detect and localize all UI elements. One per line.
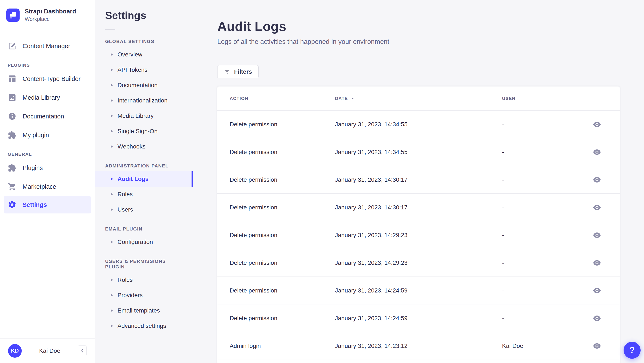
workspace-titles: Strapi Dashboard Workplace [25, 8, 76, 22]
puzzle-icon [8, 131, 16, 140]
gear-icon [8, 200, 16, 209]
avatar: KD [8, 344, 22, 358]
subnav-item-up-roles[interactable]: Roles [95, 272, 193, 288]
table-header-row: ACTION DATE USER [217, 87, 620, 110]
eye-icon [593, 232, 601, 238]
cell-date: January 31, 2023, 14:24:59 [323, 315, 490, 322]
subnav-item-internationalization[interactable]: Internationalization [95, 93, 193, 108]
filter-icon [224, 69, 230, 75]
audit-logs-table: ACTION DATE USER Delete permission Janua… [217, 87, 620, 363]
table-row[interactable]: Admin login January 31, 2023, 14:23:12 K… [217, 332, 620, 359]
cell-action: Delete permission [217, 287, 323, 294]
cell-action: Delete permission [217, 149, 323, 156]
user-name: Kai Doe [26, 347, 74, 354]
table-row[interactable]: Delete permission January 31, 2023, 14:3… [217, 166, 620, 193]
subnav-item-media-library[interactable]: Media Library [95, 108, 193, 124]
subnav-item-webhooks[interactable]: Webhooks [95, 139, 193, 154]
nav-item-media-library[interactable]: Media Library [0, 88, 95, 107]
subnav-item-roles[interactable]: Roles [95, 187, 193, 202]
main-nav: Content Manager PLUGINS Content-Type Bui… [0, 30, 95, 338]
page-subtitle: Logs of all the activities that happened… [217, 38, 620, 46]
table-row[interactable]: Delete permission January 31, 2023, 14:2… [217, 249, 620, 276]
subnav-item-api-tokens[interactable]: API Tokens [95, 62, 193, 78]
subnav-item-users[interactable]: Users [95, 202, 193, 217]
cell-date: January 31, 2023, 14:30:17 [323, 176, 490, 183]
cell-user: - [490, 259, 583, 266]
cell-action: Delete permission [217, 232, 323, 239]
view-details-button[interactable] [591, 175, 603, 184]
nav-item-label: Content Manager [22, 43, 70, 50]
collapse-sidebar-button[interactable] [78, 345, 86, 356]
view-details-button[interactable] [591, 286, 603, 295]
nav-item-marketplace[interactable]: Marketplace [0, 177, 95, 196]
nav-section-general: GENERAL [8, 152, 87, 157]
nav-item-plugins[interactable]: Plugins [0, 159, 95, 177]
column-header-action: ACTION [217, 96, 323, 101]
nav-section-plugins: PLUGINS [8, 63, 87, 68]
eye-icon [593, 204, 601, 210]
column-header-date: DATE [323, 96, 490, 101]
table-row[interactable]: Delete permission January 31, 2023, 14:3… [217, 138, 620, 166]
subnav-item-email-templates[interactable]: Email templates [95, 303, 193, 318]
subnav-title: Settings [105, 9, 193, 21]
subnav-item-documentation[interactable]: Documentation [95, 78, 193, 93]
help-button[interactable]: ? [624, 342, 640, 359]
nav-item-documentation[interactable]: Documentation [0, 107, 95, 126]
cell-user: Kai Doe [490, 342, 583, 349]
subnav-section-email-plugin: EMAIL PLUGIN [105, 226, 182, 232]
subnav-item-overview[interactable]: Overview [95, 47, 193, 62]
subnav-item-configuration[interactable]: Configuration [95, 234, 193, 250]
app-title: Strapi Dashboard [25, 8, 76, 16]
cart-icon [8, 182, 16, 191]
view-details-button[interactable] [591, 258, 603, 268]
nav-item-content-manager[interactable]: Content Manager [0, 37, 95, 55]
cell-user: - [490, 315, 583, 322]
view-details-button[interactable] [591, 147, 603, 157]
table-row[interactable]: Delete permission January 31, 2023, 14:2… [217, 221, 620, 249]
nav-item-settings[interactable]: Settings [4, 196, 91, 213]
column-header-user: USER [490, 96, 583, 101]
subnav-item-single-sign-on[interactable]: Single Sign-On [95, 124, 193, 139]
subnav-item-audit-logs[interactable]: Audit Logs [95, 171, 193, 187]
main-sidebar: Strapi Dashboard Workplace Content Manag… [0, 0, 95, 363]
user-row: KD Kai Doe [0, 338, 95, 363]
cell-action: Delete permission [217, 176, 323, 183]
nav-item-content-type-builder[interactable]: Content-Type Builder [0, 70, 95, 88]
subnav-item-advanced-settings[interactable]: Advanced settings [95, 318, 193, 333]
subnav-divider [105, 30, 115, 30]
cell-action: Delete permission [217, 259, 323, 266]
cell-date: January 31, 2023, 14:29:23 [323, 259, 490, 266]
cell-action: Delete permission [217, 121, 323, 128]
cell-date: January 31, 2023, 14:29:23 [323, 232, 490, 239]
nav-item-label: Settings [22, 201, 47, 208]
view-details-button[interactable] [591, 230, 603, 240]
nav-item-label: Documentation [22, 113, 64, 120]
nav-item-my-plugin[interactable]: My plugin [0, 126, 95, 144]
column-header-date-label: DATE [335, 96, 348, 101]
eye-icon [593, 121, 601, 127]
table-row[interactable]: Delete permission January 31, 2023, 14:2… [217, 276, 620, 304]
filters-button[interactable]: Filters [217, 65, 258, 78]
view-details-button[interactable] [591, 203, 603, 212]
nav-item-label: My plugin [22, 132, 49, 139]
nav-item-label: Content-Type Builder [22, 75, 80, 83]
table-row[interactable]: Delete permission January 31, 2023, 14:3… [217, 110, 620, 138]
filters-button-label: Filters [234, 68, 252, 75]
documentation-icon [8, 112, 16, 121]
view-details-button[interactable] [591, 313, 603, 323]
subnav-item-providers[interactable]: Providers [95, 288, 193, 303]
sort-by-date[interactable]: DATE [335, 96, 355, 101]
table-row[interactable]: Delete permission January 31, 2023, 14:2… [217, 304, 620, 332]
table-row[interactable]: Delete permission January 31, 2023, 14:3… [217, 193, 620, 221]
cell-user: - [490, 287, 583, 294]
subnav-section-global-settings: GLOBAL SETTINGS [105, 39, 182, 44]
content-manager-icon [8, 42, 16, 51]
cell-user: - [490, 121, 583, 128]
cell-action: Delete permission [217, 315, 323, 322]
cell-date: January 31, 2023, 14:23:12 [323, 342, 490, 349]
view-details-button[interactable] [591, 341, 603, 351]
main-content: Audit Logs Logs of all the activities th… [193, 0, 644, 363]
view-details-button[interactable] [591, 120, 603, 129]
puzzle-icon [8, 163, 16, 172]
sort-desc-icon [351, 96, 355, 101]
